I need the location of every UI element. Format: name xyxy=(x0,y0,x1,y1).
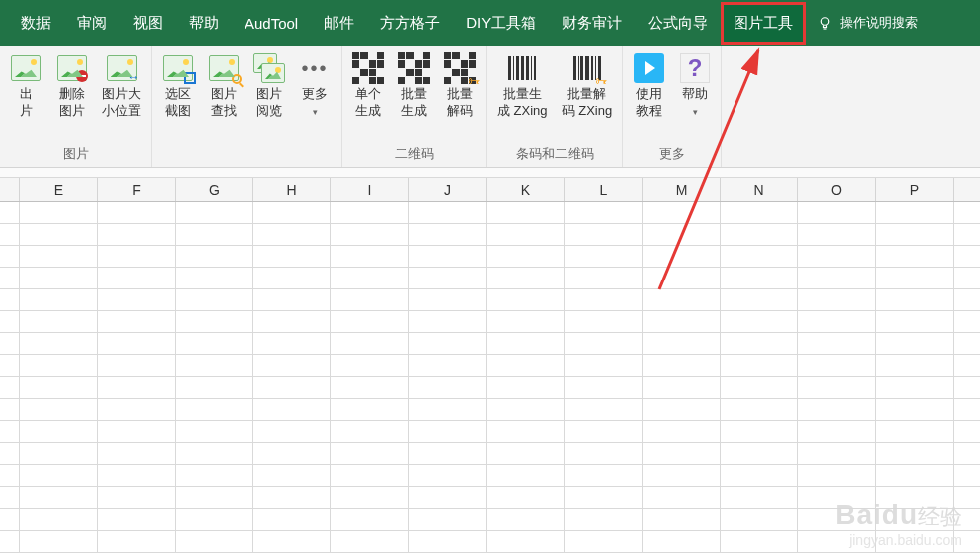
cell[interactable] xyxy=(487,421,565,442)
cell[interactable] xyxy=(721,289,798,310)
cell[interactable] xyxy=(331,465,409,486)
cell[interactable] xyxy=(331,531,409,552)
cell[interactable] xyxy=(876,421,954,442)
cell[interactable] xyxy=(565,465,643,486)
cell[interactable] xyxy=(798,289,876,310)
column-header[interactable]: J xyxy=(409,178,487,201)
cell[interactable] xyxy=(487,202,565,223)
tab-audtool[interactable]: AudTool xyxy=(232,3,311,44)
cell[interactable] xyxy=(798,224,876,245)
cell[interactable] xyxy=(876,377,954,398)
cell[interactable] xyxy=(253,224,331,245)
cell[interactable] xyxy=(98,377,176,398)
spreadsheet-grid[interactable]: EFGHIJKLMNOP xyxy=(0,178,980,553)
cell[interactable] xyxy=(98,268,176,288)
cell[interactable] xyxy=(176,421,253,442)
qr-batch-button[interactable]: 批量 生成 xyxy=(394,50,434,122)
cell[interactable] xyxy=(721,509,798,530)
cell[interactable] xyxy=(253,531,331,552)
cell[interactable] xyxy=(409,246,487,267)
export-image-button[interactable]: 出 片 xyxy=(6,50,46,122)
column-header[interactable]: F xyxy=(98,178,176,201)
cell[interactable] xyxy=(409,487,487,508)
column-header[interactable]: N xyxy=(721,178,798,201)
cell[interactable] xyxy=(798,399,876,420)
cell[interactable] xyxy=(409,465,487,486)
cell[interactable] xyxy=(331,443,409,464)
cell[interactable] xyxy=(487,289,565,310)
cell[interactable] xyxy=(176,465,253,486)
cell[interactable] xyxy=(721,355,798,376)
cell[interactable] xyxy=(565,421,643,442)
cell[interactable] xyxy=(721,465,798,486)
cell[interactable] xyxy=(565,399,643,420)
tab-formula-guide[interactable]: 公式向导 xyxy=(635,2,721,45)
cell[interactable] xyxy=(253,421,331,442)
cell[interactable] xyxy=(487,268,565,288)
column-header[interactable]: H xyxy=(253,178,331,201)
tab-diy-toolbox[interactable]: DIY工具箱 xyxy=(453,2,549,45)
cell[interactable] xyxy=(721,421,798,442)
cell[interactable] xyxy=(876,202,954,223)
cell[interactable] xyxy=(409,399,487,420)
column-header[interactable]: P xyxy=(876,178,954,201)
column-header[interactable]: E xyxy=(20,178,98,201)
cell[interactable] xyxy=(20,289,98,310)
cell[interactable] xyxy=(487,443,565,464)
area-screenshot-button[interactable]: 选区 截图 xyxy=(158,50,198,122)
cell[interactable] xyxy=(98,421,176,442)
cell[interactable] xyxy=(98,399,176,420)
cell[interactable] xyxy=(721,333,798,354)
column-header[interactable]: G xyxy=(176,178,253,201)
cell[interactable] xyxy=(98,509,176,530)
cell[interactable] xyxy=(798,333,876,354)
cell[interactable] xyxy=(876,333,954,354)
cell[interactable] xyxy=(721,311,798,332)
cell[interactable] xyxy=(643,246,721,267)
cell[interactable] xyxy=(487,333,565,354)
cell[interactable] xyxy=(331,399,409,420)
cell[interactable] xyxy=(331,377,409,398)
cell[interactable] xyxy=(98,443,176,464)
cell[interactable] xyxy=(253,465,331,486)
cell[interactable] xyxy=(20,487,98,508)
cell[interactable] xyxy=(331,246,409,267)
cell[interactable] xyxy=(253,333,331,354)
tab-data[interactable]: 数据 xyxy=(8,2,64,45)
cell[interactable] xyxy=(565,443,643,464)
cell[interactable] xyxy=(643,531,721,552)
cell[interactable] xyxy=(98,487,176,508)
cell[interactable] xyxy=(98,202,176,223)
cell[interactable] xyxy=(331,268,409,288)
cell[interactable] xyxy=(409,311,487,332)
cell[interactable] xyxy=(798,377,876,398)
more-tools-button[interactable]: ••• 更多▾ xyxy=(295,50,335,122)
cell[interactable] xyxy=(643,509,721,530)
tutorial-button[interactable]: 使用 教程 xyxy=(629,50,669,122)
cell[interactable] xyxy=(176,246,253,267)
cell[interactable] xyxy=(876,246,954,267)
cell[interactable] xyxy=(721,377,798,398)
cell[interactable] xyxy=(331,509,409,530)
cell[interactable] xyxy=(176,487,253,508)
column-header[interactable]: I xyxy=(331,178,409,201)
cell[interactable] xyxy=(798,268,876,288)
cell[interactable] xyxy=(487,531,565,552)
cell[interactable] xyxy=(798,421,876,442)
cell[interactable] xyxy=(176,202,253,223)
cell[interactable] xyxy=(798,311,876,332)
qr-single-button[interactable]: 单个 生成 xyxy=(348,50,388,122)
tab-help[interactable]: 帮助 xyxy=(176,2,232,45)
tab-fanggezi[interactable]: 方方格子 xyxy=(367,2,453,45)
cell[interactable] xyxy=(176,509,253,530)
cell[interactable] xyxy=(487,377,565,398)
cell[interactable] xyxy=(176,224,253,245)
cell[interactable] xyxy=(721,268,798,288)
cell[interactable] xyxy=(20,399,98,420)
cell[interactable] xyxy=(20,421,98,442)
cell[interactable] xyxy=(721,443,798,464)
cell[interactable] xyxy=(643,465,721,486)
cell[interactable] xyxy=(176,333,253,354)
cell[interactable] xyxy=(253,509,331,530)
cell[interactable] xyxy=(176,443,253,464)
